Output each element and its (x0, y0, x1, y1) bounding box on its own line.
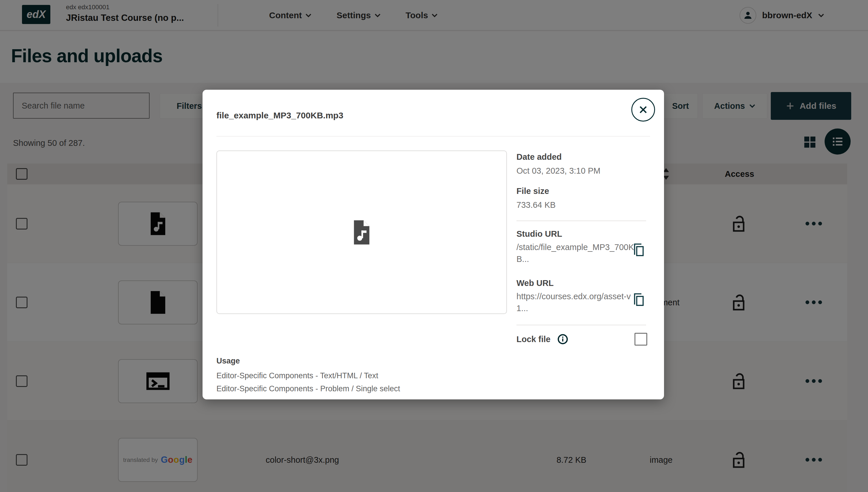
studio-url-value: /static/file_example_MP3_700KB... (516, 241, 641, 265)
file-size-value: 733.64 KB (516, 199, 641, 211)
lock-file-label: Lock file (516, 335, 551, 344)
date-added-value: Oct 03, 2023, 3:10 PM (516, 165, 641, 177)
copy-studio-url-button[interactable] (632, 243, 646, 258)
lock-file-checkbox[interactable] (635, 333, 647, 346)
copy-web-url-button[interactable] (632, 292, 646, 308)
copy-icon (632, 293, 645, 307)
info-icon[interactable] (557, 334, 568, 345)
copy-icon (632, 243, 645, 257)
file-details-panel: Date added Oct 03, 2023, 3:10 PM File si… (516, 90, 655, 399)
usage-section: Usage Editor-Specific Components - Text/… (216, 356, 400, 393)
usage-item: Editor-Specific Components - Text/HTML /… (216, 371, 400, 380)
file-preview (216, 150, 507, 314)
web-url-value: https://courses.edx.org/asset-v1... (516, 291, 641, 314)
modal-title: file_example_MP3_700KB.mp3 (216, 110, 343, 120)
date-added-label: Date added (516, 152, 562, 162)
web-url-label: Web URL (516, 278, 554, 288)
studio-url-label: Studio URL (516, 229, 562, 239)
usage-label: Usage (216, 356, 400, 366)
usage-item: Editor-Specific Components - Problem / S… (216, 384, 400, 393)
music-file-icon (352, 220, 372, 245)
panel-divider (516, 221, 646, 221)
panel-divider (516, 325, 646, 325)
file-size-label: File size (516, 187, 549, 196)
file-info-modal: file_example_MP3_700KB.mp3 Date added Oc… (203, 90, 664, 399)
